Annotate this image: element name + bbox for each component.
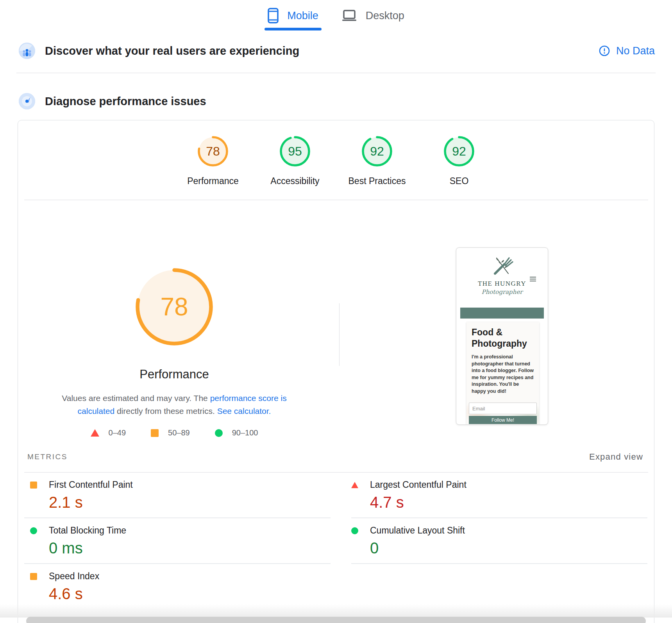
thumb-content-card: Food & Photography I'm a professional ph… [466, 322, 539, 424]
mobile-phone-icon [268, 8, 279, 23]
bottom-fade [0, 604, 672, 618]
field-data-header[interactable]: Discover what your real users are experi… [19, 39, 655, 63]
score-value: 95 [280, 136, 310, 166]
metric-largest-contentful-paint: Largest Contentful Paint 4.7 s [351, 473, 647, 518]
tab-desktop[interactable]: Desktop [341, 0, 405, 31]
metric-value: 2.1 s [49, 493, 331, 511]
section-divider [16, 73, 656, 73]
score-label: Best Practices [349, 176, 406, 186]
metric-value: 4.6 s [49, 585, 331, 603]
thumb-body-text: I'm a professional photographer that tur… [466, 349, 539, 395]
metric-speed-index: Speed Index 4.6 s [24, 564, 331, 609]
tab-mobile[interactable]: Mobile [267, 0, 319, 31]
lab-data-header[interactable]: Diagnose performance issues [19, 92, 655, 110]
metric-value: 4.7 s [370, 493, 647, 511]
performance-gauge-title: Performance [139, 367, 209, 381]
orange-square-icon [30, 482, 37, 489]
fork-herb-logo-icon [490, 253, 515, 280]
desktop-laptop-icon [341, 9, 357, 22]
metric-name: First Contentful Paint [49, 480, 133, 490]
info-icon [599, 45, 610, 56]
score-label: Performance [187, 176, 239, 186]
metric-total-blocking-time: Total Blocking Time 0 ms [24, 518, 331, 564]
performance-gauge: 78 [136, 268, 213, 346]
green-circle-icon [351, 527, 358, 534]
legend-range: 0–49 [109, 428, 126, 437]
red-triangle-icon [91, 429, 99, 437]
score-performance[interactable]: 78 Performance [175, 136, 251, 186]
thumb-brand-script: Photographer [456, 288, 548, 295]
horizontal-scrollbar[interactable] [26, 617, 646, 623]
column-divider [339, 303, 340, 366]
score-value: 92 [362, 136, 392, 166]
metric-empty-cell [351, 564, 647, 609]
performance-score-value: 78 [136, 268, 213, 346]
hamburger-menu-icon [530, 277, 536, 283]
performance-gauge-block: 78 Performance Values are estimated and … [53, 268, 295, 437]
lighthouse-report-card: 78 Performance 95 Accessibility 92 [18, 120, 654, 623]
score-disclaimer: Values are estimated and may vary. The p… [53, 392, 295, 417]
thumb-heading: Food & Photography [466, 322, 539, 349]
metric-name: Largest Contentful Paint [370, 480, 466, 490]
users-icon [19, 43, 35, 59]
score-accessibility[interactable]: 95 Accessibility [257, 136, 333, 186]
score-value: 92 [444, 136, 474, 166]
metric-name: Total Blocking Time [49, 525, 126, 536]
disclaimer-text: directly from these metrics. [114, 406, 217, 415]
card-divider [24, 200, 648, 200]
legend-poor: 0–49 [91, 428, 126, 437]
thumb-email-field: Email [469, 403, 537, 414]
gauge-icon [19, 93, 35, 109]
score-label: Accessibility [270, 176, 319, 186]
metric-value: 0 ms [49, 539, 331, 557]
orange-square-icon [30, 573, 37, 580]
score-value: 78 [198, 136, 228, 166]
green-circle-icon [30, 527, 37, 534]
legend-average: 50–89 [151, 428, 190, 437]
see-calculator-link[interactable]: See calculator. [217, 406, 271, 415]
metric-name: Speed Index [49, 571, 99, 582]
metrics-title: METRICS [27, 453, 68, 461]
score-seo[interactable]: 92 SEO [421, 136, 497, 186]
legend-range: 50–89 [168, 428, 190, 437]
metric-cumulative-layout-shift: Cumulative Layout Shift 0 [351, 518, 647, 564]
thumb-banner [460, 308, 544, 319]
no-data-link[interactable]: No Data [599, 45, 655, 57]
metrics-grid: First Contentful Paint 2.1 s Largest Con… [24, 473, 647, 609]
legend-good: 90–100 [215, 428, 258, 437]
tab-desktop-label: Desktop [366, 10, 404, 22]
field-data-title: Discover what your real users are experi… [45, 45, 589, 57]
metric-first-contentful-paint: First Contentful Paint 2.1 s [24, 473, 331, 518]
metrics-header: METRICS Expand view [27, 452, 643, 462]
page-screenshot-thumbnail: THE HUNGRY Photographer Food & Photograp… [456, 247, 548, 425]
score-legend: 0–49 50–89 90–100 [91, 428, 258, 437]
device-tabs: Mobile Desktop [0, 0, 672, 31]
metric-name: Cumulative Layout Shift [370, 525, 465, 536]
thumb-follow-button: Follow Me! [469, 416, 537, 424]
no-data-label: No Data [616, 45, 655, 57]
legend-range: 90–100 [232, 428, 258, 437]
tab-mobile-label: Mobile [287, 10, 318, 22]
score-best-practices[interactable]: 92 Best Practices [339, 136, 415, 186]
disclaimer-text: Values are estimated and may vary. The [62, 394, 210, 403]
red-triangle-icon [351, 482, 358, 488]
lab-data-title: Diagnose performance issues [45, 95, 655, 108]
score-summary-row: 78 Performance 95 Accessibility 92 [18, 136, 654, 186]
tab-active-underline [265, 28, 322, 30]
green-circle-icon [215, 429, 223, 437]
score-label: SEO [450, 176, 469, 186]
metric-value: 0 [370, 539, 647, 557]
orange-square-icon [151, 429, 159, 437]
expand-view-link[interactable]: Expand view [589, 452, 643, 462]
